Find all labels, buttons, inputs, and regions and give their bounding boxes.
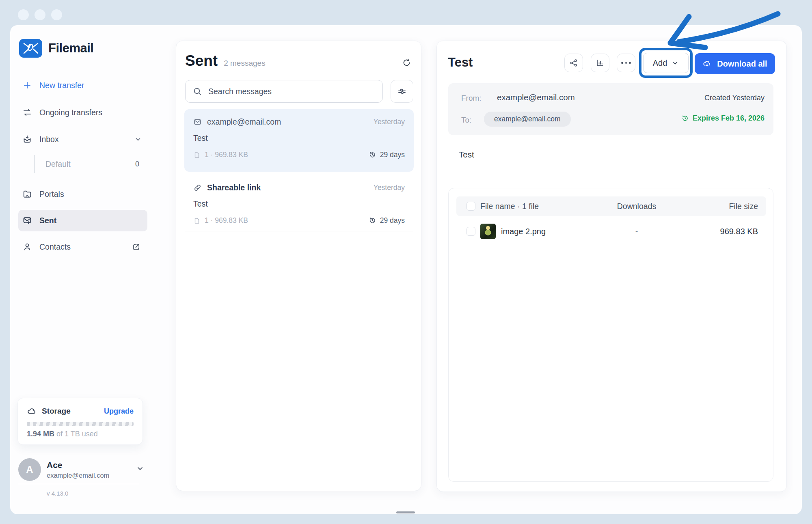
message-expiry: 29 days — [380, 216, 405, 225]
file-icon — [193, 151, 201, 159]
add-button[interactable]: Add — [643, 53, 689, 73]
recipient-chip[interactable]: example@email.com — [484, 112, 571, 127]
storage-progress-bar — [27, 422, 134, 426]
file-icon — [193, 217, 201, 224]
file-downloads: - — [602, 227, 671, 236]
to-label: To: — [461, 116, 471, 125]
message-date: Yesterday — [374, 118, 405, 126]
from-label: From: — [461, 94, 482, 103]
swap-arrows-icon — [22, 108, 32, 117]
window-control-zoom[interactable] — [51, 9, 62, 20]
sidebar-item-inbox[interactable]: Inbox — [22, 129, 59, 149]
download-all-label: Download all — [717, 59, 767, 69]
column-file-size: File size — [671, 202, 758, 211]
app-screenshot: Filemail New transfer Ongoing transfers — [0, 0, 812, 524]
filemail-logo-icon — [19, 39, 42, 58]
download-all-button[interactable]: Download all — [695, 53, 775, 74]
column-downloads: Downloads — [602, 202, 671, 211]
file-table: File name · 1 file Downloads File size i… — [448, 188, 773, 482]
person-icon — [22, 242, 32, 252]
sidebar-item-label: Sent — [39, 216, 56, 225]
sent-envelope-icon — [22, 216, 32, 225]
sidebar-item-label: Contacts — [39, 242, 71, 252]
sidebar-item-new-transfer[interactable]: New transfer — [22, 75, 84, 95]
sidebar-item-portals[interactable]: Portals — [22, 184, 64, 204]
sidebar-item-label: Ongoing transfers — [39, 108, 102, 117]
page-title: Sent — [185, 52, 218, 69]
list-divider — [185, 231, 413, 231]
portal-folder-icon — [22, 189, 32, 199]
account-name: Ace — [47, 460, 63, 470]
refresh-icon[interactable] — [402, 58, 411, 67]
search-input[interactable] — [185, 80, 383, 103]
add-button-highlight-annotation: Add — [639, 48, 693, 78]
message-count: 2 messages — [224, 59, 265, 68]
history-clock-icon — [369, 217, 376, 224]
link-icon — [193, 183, 202, 192]
transfer-title: Test — [448, 55, 473, 70]
window-control-minimize[interactable] — [35, 9, 45, 20]
search-box — [185, 80, 383, 103]
account-menu-chevron-icon[interactable] — [136, 464, 144, 472]
upgrade-link[interactable]: Upgrade — [104, 407, 134, 416]
inbox-subtree-line — [34, 155, 35, 173]
inbox-chevron-down-icon[interactable] — [134, 136, 142, 143]
filemail-logo[interactable]: Filemail — [19, 39, 93, 58]
messages-panel-header: Sent 2 messages — [185, 52, 266, 69]
transfer-meta-panel: From: example@email.com Created Yesterda… — [448, 83, 773, 135]
sidebar-item-label: Inbox — [39, 135, 59, 144]
plus-icon — [22, 80, 32, 90]
file-table-row[interactable]: image 2.png - 969.83 KB — [456, 219, 766, 244]
ellipsis-icon — [621, 62, 631, 64]
message-files-meta: 1 · 969.83 KB — [205, 216, 248, 225]
share-button[interactable] — [564, 54, 583, 72]
message-list-item[interactable]: Shareable link Yesterday Test 1 · 969.83… — [184, 175, 414, 231]
sidebar-item-sent[interactable]: Sent — [22, 211, 56, 230]
sidebar-item-label: Portals — [39, 190, 64, 199]
file-size: 969.83 KB — [671, 227, 758, 236]
from-value: example@email.com — [497, 93, 575, 102]
message-list-item[interactable]: example@email.com Yesterday Test 1 · 969… — [184, 109, 414, 172]
sidebar-item-ongoing-transfers[interactable]: Ongoing transfers — [22, 103, 102, 122]
avatar: A — [18, 458, 41, 481]
statistics-button[interactable] — [591, 54, 609, 72]
expires-text: Expires Feb 16, 2026 — [693, 114, 764, 123]
bar-chart-icon — [596, 58, 605, 67]
sent-messages-panel: Sent 2 messages — [176, 41, 421, 491]
message-sender: Shareable link — [207, 183, 261, 192]
sidebar-item-contacts[interactable]: Contacts — [22, 237, 71, 257]
file-table-header: File name · 1 file Downloads File size — [456, 196, 766, 216]
share-nodes-icon — [569, 58, 578, 67]
storage-used: 1.94 MB — [27, 430, 54, 438]
storage-usage-text: 1.94 MB of 1 TB used — [27, 430, 134, 438]
window-titlebar — [18, 9, 62, 20]
message-subject: Test — [193, 199, 405, 209]
expires-clock-icon — [681, 114, 689, 122]
sidebar-item-inbox-default[interactable]: Default — [45, 154, 71, 174]
contacts-external-link-icon[interactable] — [132, 243, 140, 251]
window-control-close[interactable] — [18, 9, 29, 20]
message-date: Yesterday — [374, 183, 405, 192]
bottom-drag-handle[interactable] — [396, 511, 415, 513]
column-file-name: File name · 1 file — [480, 202, 539, 211]
select-all-checkbox[interactable] — [466, 202, 475, 211]
sidebar-item-label: New transfer — [39, 81, 84, 90]
more-options-button[interactable] — [617, 54, 635, 72]
chevron-down-icon — [672, 59, 679, 67]
cloud-icon — [27, 406, 37, 416]
file-thumbnail — [480, 224, 496, 239]
add-button-label: Add — [653, 58, 667, 68]
filter-button[interactable] — [391, 80, 413, 103]
app-window: Filemail New transfer Ongoing transfers — [10, 25, 802, 514]
sidebar-divider — [18, 484, 139, 484]
expires-date: Expires Feb 16, 2026 — [681, 114, 764, 123]
inbox-default-count-badge: 0 — [130, 160, 144, 168]
message-files-meta: 1 · 969.83 KB — [205, 151, 248, 159]
cloud-download-icon — [702, 59, 712, 69]
history-clock-icon — [369, 151, 376, 159]
inbox-tray-icon — [22, 134, 32, 144]
file-name: image 2.png — [501, 227, 546, 236]
file-checkbox[interactable] — [466, 227, 475, 236]
app-version: v 4.13.0 — [47, 490, 68, 497]
message-expiry: 29 days — [380, 151, 405, 159]
